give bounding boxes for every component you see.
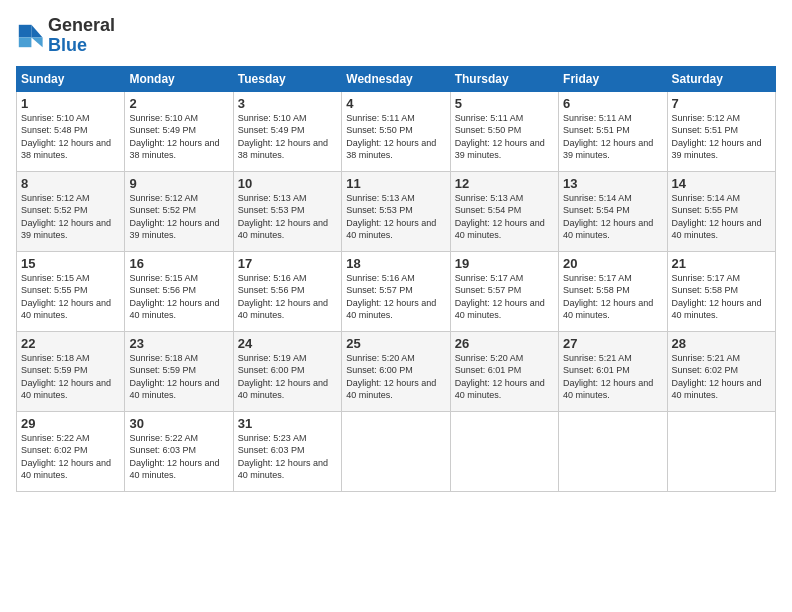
- day-info: Sunrise: 5:14 AM Sunset: 5:55 PM Dayligh…: [672, 192, 771, 242]
- calendar-cell: 16 Sunrise: 5:15 AM Sunset: 5:56 PM Dayl…: [125, 251, 233, 331]
- day-info: Sunrise: 5:22 AM Sunset: 6:03 PM Dayligh…: [129, 432, 228, 482]
- day-info: Sunrise: 5:11 AM Sunset: 5:50 PM Dayligh…: [455, 112, 554, 162]
- calendar-cell: 31 Sunrise: 5:23 AM Sunset: 6:03 PM Dayl…: [233, 411, 341, 491]
- day-number: 20: [563, 256, 662, 271]
- day-info: Sunrise: 5:10 AM Sunset: 5:49 PM Dayligh…: [129, 112, 228, 162]
- day-number: 23: [129, 336, 228, 351]
- day-number: 3: [238, 96, 337, 111]
- day-info: Sunrise: 5:12 AM Sunset: 5:51 PM Dayligh…: [672, 112, 771, 162]
- calendar-cell: 11 Sunrise: 5:13 AM Sunset: 5:53 PM Dayl…: [342, 171, 450, 251]
- logo: General Blue: [16, 16, 115, 56]
- day-number: 7: [672, 96, 771, 111]
- calendar-cell: 14 Sunrise: 5:14 AM Sunset: 5:55 PM Dayl…: [667, 171, 775, 251]
- calendar-week-row: 1 Sunrise: 5:10 AM Sunset: 5:48 PM Dayli…: [17, 91, 776, 171]
- calendar-cell: 5 Sunrise: 5:11 AM Sunset: 5:50 PM Dayli…: [450, 91, 558, 171]
- calendar-cell: 9 Sunrise: 5:12 AM Sunset: 5:52 PM Dayli…: [125, 171, 233, 251]
- calendar-cell: [559, 411, 667, 491]
- calendar-cell: 12 Sunrise: 5:13 AM Sunset: 5:54 PM Dayl…: [450, 171, 558, 251]
- day-info: Sunrise: 5:17 AM Sunset: 5:57 PM Dayligh…: [455, 272, 554, 322]
- logo-icon: [16, 22, 44, 50]
- calendar-cell: 8 Sunrise: 5:12 AM Sunset: 5:52 PM Dayli…: [17, 171, 125, 251]
- day-info: Sunrise: 5:21 AM Sunset: 6:01 PM Dayligh…: [563, 352, 662, 402]
- calendar-cell: 29 Sunrise: 5:22 AM Sunset: 6:02 PM Dayl…: [17, 411, 125, 491]
- day-info: Sunrise: 5:18 AM Sunset: 5:59 PM Dayligh…: [129, 352, 228, 402]
- day-number: 2: [129, 96, 228, 111]
- calendar-table: SundayMondayTuesdayWednesdayThursdayFrid…: [16, 66, 776, 492]
- day-number: 11: [346, 176, 445, 191]
- day-info: Sunrise: 5:19 AM Sunset: 6:00 PM Dayligh…: [238, 352, 337, 402]
- day-info: Sunrise: 5:15 AM Sunset: 5:56 PM Dayligh…: [129, 272, 228, 322]
- day-info: Sunrise: 5:10 AM Sunset: 5:49 PM Dayligh…: [238, 112, 337, 162]
- calendar-week-row: 15 Sunrise: 5:15 AM Sunset: 5:55 PM Dayl…: [17, 251, 776, 331]
- day-number: 17: [238, 256, 337, 271]
- day-info: Sunrise: 5:20 AM Sunset: 6:00 PM Dayligh…: [346, 352, 445, 402]
- calendar-cell: 15 Sunrise: 5:15 AM Sunset: 5:55 PM Dayl…: [17, 251, 125, 331]
- calendar-cell: 17 Sunrise: 5:16 AM Sunset: 5:56 PM Dayl…: [233, 251, 341, 331]
- logo-text: General Blue: [48, 16, 115, 56]
- day-info: Sunrise: 5:17 AM Sunset: 5:58 PM Dayligh…: [563, 272, 662, 322]
- weekday-header-wednesday: Wednesday: [342, 66, 450, 91]
- calendar-cell: [342, 411, 450, 491]
- calendar-cell: [667, 411, 775, 491]
- day-number: 30: [129, 416, 228, 431]
- weekday-header-saturday: Saturday: [667, 66, 775, 91]
- day-info: Sunrise: 5:13 AM Sunset: 5:53 PM Dayligh…: [346, 192, 445, 242]
- calendar-cell: 1 Sunrise: 5:10 AM Sunset: 5:48 PM Dayli…: [17, 91, 125, 171]
- day-info: Sunrise: 5:15 AM Sunset: 5:55 PM Dayligh…: [21, 272, 120, 322]
- day-info: Sunrise: 5:16 AM Sunset: 5:57 PM Dayligh…: [346, 272, 445, 322]
- day-info: Sunrise: 5:11 AM Sunset: 5:50 PM Dayligh…: [346, 112, 445, 162]
- calendar-cell: 18 Sunrise: 5:16 AM Sunset: 5:57 PM Dayl…: [342, 251, 450, 331]
- day-info: Sunrise: 5:13 AM Sunset: 5:53 PM Dayligh…: [238, 192, 337, 242]
- calendar-cell: 2 Sunrise: 5:10 AM Sunset: 5:49 PM Dayli…: [125, 91, 233, 171]
- calendar-cell: 21 Sunrise: 5:17 AM Sunset: 5:58 PM Dayl…: [667, 251, 775, 331]
- weekday-header-friday: Friday: [559, 66, 667, 91]
- calendar-cell: 3 Sunrise: 5:10 AM Sunset: 5:49 PM Dayli…: [233, 91, 341, 171]
- day-info: Sunrise: 5:16 AM Sunset: 5:56 PM Dayligh…: [238, 272, 337, 322]
- day-number: 19: [455, 256, 554, 271]
- calendar-cell: 20 Sunrise: 5:17 AM Sunset: 5:58 PM Dayl…: [559, 251, 667, 331]
- day-info: Sunrise: 5:10 AM Sunset: 5:48 PM Dayligh…: [21, 112, 120, 162]
- day-number: 4: [346, 96, 445, 111]
- calendar-cell: 25 Sunrise: 5:20 AM Sunset: 6:00 PM Dayl…: [342, 331, 450, 411]
- day-number: 1: [21, 96, 120, 111]
- day-number: 22: [21, 336, 120, 351]
- page-container: General Blue SundayMondayTuesdayWednesda…: [0, 0, 792, 500]
- calendar-cell: 4 Sunrise: 5:11 AM Sunset: 5:50 PM Dayli…: [342, 91, 450, 171]
- day-number: 6: [563, 96, 662, 111]
- svg-marker-0: [31, 25, 42, 38]
- day-info: Sunrise: 5:11 AM Sunset: 5:51 PM Dayligh…: [563, 112, 662, 162]
- day-number: 27: [563, 336, 662, 351]
- day-info: Sunrise: 5:18 AM Sunset: 5:59 PM Dayligh…: [21, 352, 120, 402]
- day-info: Sunrise: 5:14 AM Sunset: 5:54 PM Dayligh…: [563, 192, 662, 242]
- svg-rect-2: [19, 25, 32, 38]
- day-number: 13: [563, 176, 662, 191]
- svg-marker-1: [31, 37, 42, 47]
- weekday-header-sunday: Sunday: [17, 66, 125, 91]
- day-number: 28: [672, 336, 771, 351]
- weekday-header-row: SundayMondayTuesdayWednesdayThursdayFrid…: [17, 66, 776, 91]
- day-number: 10: [238, 176, 337, 191]
- day-number: 21: [672, 256, 771, 271]
- weekday-header-tuesday: Tuesday: [233, 66, 341, 91]
- calendar-cell: 26 Sunrise: 5:20 AM Sunset: 6:01 PM Dayl…: [450, 331, 558, 411]
- calendar-cell: 28 Sunrise: 5:21 AM Sunset: 6:02 PM Dayl…: [667, 331, 775, 411]
- day-number: 9: [129, 176, 228, 191]
- calendar-cell: 6 Sunrise: 5:11 AM Sunset: 5:51 PM Dayli…: [559, 91, 667, 171]
- day-info: Sunrise: 5:17 AM Sunset: 5:58 PM Dayligh…: [672, 272, 771, 322]
- calendar-cell: [450, 411, 558, 491]
- calendar-cell: 30 Sunrise: 5:22 AM Sunset: 6:03 PM Dayl…: [125, 411, 233, 491]
- day-number: 12: [455, 176, 554, 191]
- day-info: Sunrise: 5:12 AM Sunset: 5:52 PM Dayligh…: [21, 192, 120, 242]
- weekday-header-thursday: Thursday: [450, 66, 558, 91]
- day-number: 5: [455, 96, 554, 111]
- calendar-cell: 22 Sunrise: 5:18 AM Sunset: 5:59 PM Dayl…: [17, 331, 125, 411]
- day-number: 8: [21, 176, 120, 191]
- day-number: 24: [238, 336, 337, 351]
- calendar-cell: 24 Sunrise: 5:19 AM Sunset: 6:00 PM Dayl…: [233, 331, 341, 411]
- day-info: Sunrise: 5:20 AM Sunset: 6:01 PM Dayligh…: [455, 352, 554, 402]
- day-number: 18: [346, 256, 445, 271]
- day-number: 16: [129, 256, 228, 271]
- calendar-week-row: 29 Sunrise: 5:22 AM Sunset: 6:02 PM Dayl…: [17, 411, 776, 491]
- calendar-week-row: 22 Sunrise: 5:18 AM Sunset: 5:59 PM Dayl…: [17, 331, 776, 411]
- day-info: Sunrise: 5:21 AM Sunset: 6:02 PM Dayligh…: [672, 352, 771, 402]
